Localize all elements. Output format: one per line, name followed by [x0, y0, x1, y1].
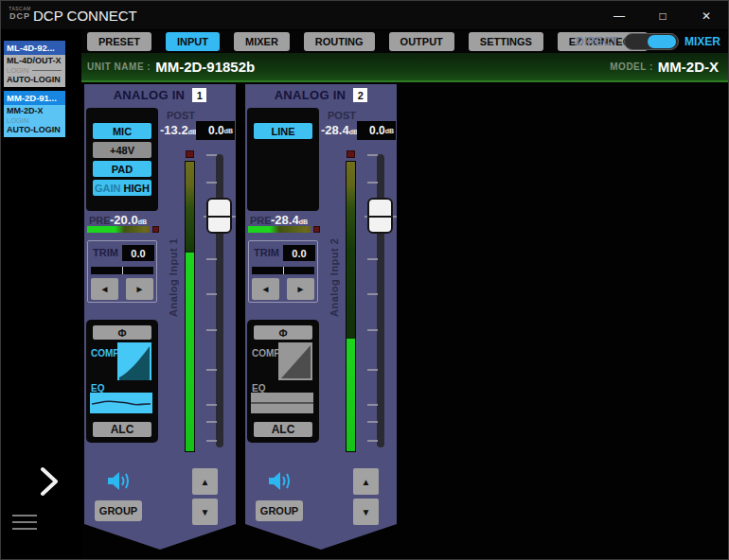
group-button[interactable]: GROUP [95, 500, 142, 521]
menu-icon[interactable] [12, 515, 37, 534]
fader-handle[interactable] [206, 198, 232, 234]
speaker-icon[interactable] [267, 470, 293, 492]
gain-value: HIGH [124, 183, 151, 194]
device-card-mm2d-selected[interactable]: MM-2D-91... MM-2D-X LOGIN AUTO-LOGIN [4, 91, 65, 137]
tab-settings[interactable]: SETTINGS [469, 32, 543, 51]
fader-tick [367, 369, 378, 371]
mode-toggle-switch[interactable] [624, 33, 679, 50]
device-login-label: LOGIN [7, 66, 28, 75]
processing-panel: Φ COMP EQ ALC [247, 320, 319, 443]
gain-label: GAIN [95, 183, 121, 194]
alc-button[interactable]: ALC [93, 422, 151, 437]
level-meter [346, 161, 356, 452]
unit-name-label: UNIT NAME : [87, 61, 151, 72]
trim-decrease-button[interactable]: ◄ [91, 278, 118, 300]
fader-tick [206, 369, 217, 371]
trim-slider[interactable] [252, 267, 314, 274]
toggle-knob[interactable] [648, 35, 676, 48]
unit-info-bar: UNIT NAME : MM-2D-91852b MODEL : MM-2D-X [81, 53, 728, 82]
comp-label: COMP [91, 348, 119, 359]
fader-tick [367, 440, 378, 442]
channel-name-vertical: Analog Input 2 [329, 154, 341, 317]
group-button[interactable]: GROUP [256, 500, 303, 521]
trim-section: TRIM 0.0 ◄ ► [248, 240, 318, 303]
nudge-up-button[interactable]: ▲ [353, 468, 379, 495]
model-label: MODEL : [610, 61, 653, 72]
level-meter [185, 161, 195, 452]
eq-graph[interactable] [90, 393, 152, 413]
comp-graph[interactable] [117, 342, 151, 380]
channel-strip-2: ANALOG IN 2 LINE POST -28.4dB 0.0dB Anal… [245, 84, 397, 550]
phase-button[interactable]: Φ [254, 325, 312, 340]
pre-level-value: -28.4dB [271, 213, 308, 227]
model-value: MM-2D-X [658, 59, 719, 75]
nudge-up-button[interactable]: ▲ [192, 468, 218, 495]
direct-mixer-toggle: DIRECT MIXER [576, 33, 720, 50]
comp-label: COMP [252, 348, 280, 359]
tab-routing[interactable]: ROUTING [304, 32, 375, 51]
trim-label: TRIM [93, 247, 118, 258]
eq-graph[interactable] [251, 393, 313, 413]
tab-output[interactable]: OUTPUT [389, 32, 454, 51]
clip-indicator [347, 150, 355, 158]
comp-graph[interactable] [278, 342, 312, 380]
close-icon[interactable]: ✕ [685, 1, 728, 30]
pad-button[interactable]: PAD [93, 161, 151, 177]
device-header[interactable]: ML-4D-92... [4, 41, 65, 55]
device-auto-login-label: AUTO-LOGIN [7, 125, 65, 135]
trim-increase-button[interactable]: ► [126, 278, 153, 300]
maximize-icon[interactable]: □ [641, 1, 685, 30]
phase-button[interactable]: Φ [93, 325, 151, 340]
fader-tick [206, 440, 217, 442]
phantom-48v-button[interactable]: +48V [93, 142, 151, 158]
trim-label: TRIM [254, 247, 279, 258]
strip-header: ANALOG IN 1 [84, 88, 236, 102]
device-auto-login-label: AUTO-LOGIN [7, 75, 65, 85]
trim-value-display: 0.0 [122, 245, 154, 261]
fader-tick [367, 293, 378, 295]
fader-tick [206, 182, 217, 184]
window-title: DCP CONNECT [33, 8, 137, 24]
fader-tick [206, 421, 217, 423]
channel-area: ANALOG IN 1 MIC +48V PAD GAIN HIGH POST … [81, 82, 728, 559]
fader [204, 154, 236, 447]
nudge-down-button[interactable]: ▼ [192, 499, 218, 525]
strip-header: ANALOG IN 2 [245, 88, 397, 102]
device-header[interactable]: MM-2D-91... [4, 91, 65, 105]
trim-slider[interactable] [91, 267, 153, 274]
mic-line-button[interactable]: LINE [254, 123, 312, 139]
tab-input[interactable]: INPUT [166, 32, 220, 51]
tab-mixer[interactable]: MIXER [234, 32, 290, 51]
nudge-down-button[interactable]: ▼ [353, 499, 379, 525]
trim-section: TRIM 0.0 ◄ ► [87, 240, 157, 303]
trim-value-display: 0.0 [283, 245, 315, 261]
fader [364, 154, 397, 447]
minimize-icon[interactable]: — [597, 1, 641, 30]
trim-increase-button[interactable]: ► [287, 278, 314, 300]
expand-sidebar-icon[interactable] [35, 465, 63, 498]
fader-tick [367, 154, 378, 156]
device-card-ml4d[interactable]: ML-4D-92... ML-4D/OUT-X LOGIN AUTO-LOGIN [4, 41, 65, 87]
app-window: TASCAM DCP DCP CONNECT — □ ✕ ML-4D-92...… [0, 0, 729, 560]
fader-tick [206, 293, 217, 295]
device-login-label: LOGIN [7, 116, 28, 125]
fader-tick [367, 258, 378, 260]
content-column: PRESET INPUT MIXER ROUTING OUTPUT SETTIN… [81, 30, 728, 559]
speaker-icon[interactable] [106, 470, 132, 492]
alc-button[interactable]: ALC [254, 422, 312, 437]
tab-preset[interactable]: PRESET [87, 32, 151, 51]
fader-value-display: 0.0dB [357, 121, 396, 140]
gain-high-button[interactable]: GAIN HIGH [93, 180, 151, 196]
channel-number-badge: 1 [192, 88, 206, 102]
pre-label: PRE [89, 215, 111, 226]
logo-text-bottom: DCP [9, 11, 31, 21]
fader-tick [206, 154, 217, 156]
post-level-value: -13.2dB [160, 123, 197, 137]
device-model: ML-4D/OUT-X [7, 56, 65, 66]
trim-decrease-button[interactable]: ◄ [252, 278, 279, 300]
post-label: POST [167, 110, 195, 121]
mic-line-button[interactable]: MIC [93, 123, 151, 139]
toggle-label-mixer: MIXER [685, 35, 720, 48]
fader-tick [206, 258, 217, 260]
fader-handle[interactable] [367, 198, 393, 234]
